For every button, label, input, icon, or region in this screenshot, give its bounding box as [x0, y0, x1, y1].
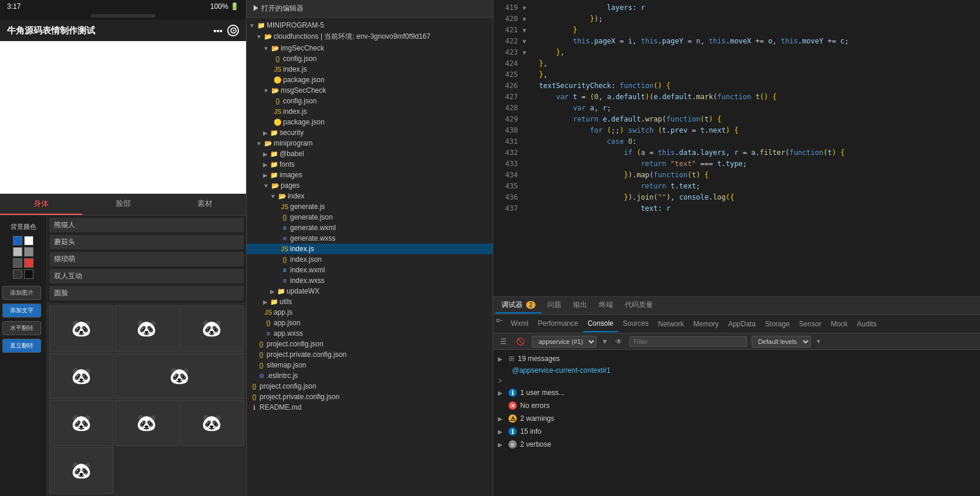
- tree-item-readme[interactable]: ℹ README.md: [247, 402, 493, 413]
- appservice-url[interactable]: @appservice-current-context#1: [493, 365, 980, 376]
- tree-item-security[interactable]: ▶ 📁 security: [247, 127, 493, 138]
- sticker-cell-2[interactable]: 🐼: [180, 305, 244, 352]
- console-group-warnings[interactable]: ▶ ⚠ 2 warnings: [493, 412, 980, 425]
- devtool-subtab-network[interactable]: Network: [654, 316, 689, 332]
- console-group-user[interactable]: ▶ ℹ 1 user mess...: [493, 386, 980, 399]
- tab-body[interactable]: 身体: [0, 194, 82, 215]
- devtool-subtab-storage[interactable]: Storage: [760, 316, 794, 332]
- tab-material[interactable]: 素材: [164, 194, 246, 215]
- swatch-white[interactable]: [24, 236, 33, 245]
- tree-content[interactable]: ▼ 📁 MINIPROGRAM-5 ▼ 📂 cloudfunctions | 当…: [247, 18, 493, 496]
- devtool-tab-quality[interactable]: 代码质量: [619, 298, 659, 313]
- tree-item-eslintrc[interactable]: ⊛ .eslintrc.js: [247, 370, 493, 381]
- sticker-item-1[interactable]: 蘑菇头: [49, 235, 244, 249]
- eye-btn[interactable]: 👁: [613, 336, 625, 347]
- tree-item-index-json[interactable]: {} index.json: [247, 254, 493, 265]
- tree-item-app-js[interactable]: JS app.js: [247, 307, 493, 318]
- tree-item-index-wxss[interactable]: ≡ index.wxss: [247, 275, 493, 286]
- devtool-tab-output[interactable]: 输出: [567, 298, 593, 313]
- sticker-cell-5[interactable]: 🐼: [49, 400, 113, 447]
- tree-item-config2[interactable]: {} config.json: [247, 96, 493, 106]
- console-group-messages[interactable]: ▶ ⊞ 19 messages: [493, 352, 980, 365]
- devtool-subtab-inspect[interactable]: [493, 315, 506, 333]
- devtool-subtab-wxml[interactable]: Wxml: [506, 316, 533, 332]
- tree-item-fonts[interactable]: ▶ 📁 fonts: [247, 159, 493, 170]
- sticker-cell-8[interactable]: 🐼: [49, 447, 113, 494]
- flip-v-btn[interactable]: 直立翻转: [2, 339, 41, 353]
- swatch-red[interactable]: [24, 258, 33, 268]
- devtool-tab-debugger[interactable]: 调试器 2: [496, 298, 541, 313]
- swatch-gray-light[interactable]: [13, 247, 22, 257]
- swatch-gray-dark[interactable]: [13, 258, 22, 268]
- sticker-cell-7[interactable]: 🐼: [180, 400, 244, 447]
- tree-item-babel[interactable]: ▶ 📁 @babel: [247, 149, 493, 159]
- tree-item-imgSecCheck[interactable]: ▼ 📂 imgSecCheck: [247, 43, 493, 53]
- tab-face[interactable]: 脸部: [82, 194, 164, 215]
- tree-item-indexjs1[interactable]: JS index.js: [247, 64, 493, 75]
- sidebar-toggle-btn[interactable]: ☰: [498, 336, 509, 347]
- sticker-item-0[interactable]: 熊猫人: [49, 218, 244, 232]
- tree-item-generate-wxml[interactable]: ≡ generate.wxml: [247, 222, 493, 233]
- add-image-btn[interactable]: 添加图片: [2, 286, 41, 300]
- clear-btn[interactable]: 🚫: [514, 336, 527, 347]
- tree-item-config1[interactable]: {} config.json: [247, 53, 493, 64]
- tree-item-msgSecCheck[interactable]: ▼ 📂 msgSecCheck: [247, 85, 493, 96]
- code-area[interactable]: layers: r }); } this.pageX = i, this.pag…: [534, 0, 980, 296]
- tree-item-images[interactable]: ▶ 📁 images: [247, 170, 493, 180]
- more-icon[interactable]: •••: [213, 26, 223, 36]
- tree-item-updateWX[interactable]: ▶ 📁 updateWX: [247, 286, 493, 296]
- devtool-subtab-memory[interactable]: Memory: [689, 316, 723, 332]
- tree-item-package1[interactable]: 🟡 package.json: [247, 75, 493, 85]
- devtool-subtab-appdata[interactable]: AppData: [723, 316, 760, 332]
- devtool-subtab-sensor[interactable]: Sensor: [794, 316, 826, 332]
- tree-item-app-json[interactable]: {} app.json: [247, 318, 493, 328]
- sticker-cell-3[interactable]: 🐼: [49, 353, 113, 399]
- devtool-tab-issues[interactable]: 问题: [541, 298, 567, 313]
- flip-h-btn[interactable]: 水平翻转: [2, 321, 41, 335]
- swatch-gray-mid[interactable]: [24, 247, 33, 257]
- tree-item-project-private[interactable]: {} project.private.config.json: [247, 349, 493, 360]
- appservice-link[interactable]: @appservice-current-context#1: [512, 366, 611, 374]
- tree-item-generate-js[interactable]: JS generate.js: [247, 201, 493, 212]
- tree-item-project-config2[interactable]: {} project.config.json: [247, 381, 493, 392]
- sticker-cell-4[interactable]: 🐼: [114, 353, 244, 399]
- console-group-verbose[interactable]: ▶ ≡ 2 verbose: [493, 438, 980, 451]
- devtool-subtab-audits[interactable]: Audits: [853, 316, 881, 332]
- sticker-cell-0[interactable]: 🐼: [49, 305, 113, 352]
- devtool-subtab-performance[interactable]: Performance: [533, 316, 583, 332]
- tree-item-generate-json[interactable]: {} generate.json: [247, 212, 493, 222]
- devtool-subtab-console[interactable]: Console: [583, 316, 618, 332]
- swatch-black[interactable]: [24, 269, 33, 279]
- tree-item-generate-wxss[interactable]: ≡ generate.wxss: [247, 233, 493, 244]
- tree-item-project-config[interactable]: {} project.config.json: [247, 339, 493, 349]
- console-group-errors[interactable]: ✕ No errors: [493, 399, 980, 412]
- tree-item-pages[interactable]: ▼ 📂 pages: [247, 180, 493, 191]
- devtool-subtab-sources[interactable]: Sources: [618, 316, 654, 332]
- default-levels-select[interactable]: Default levels: [752, 336, 811, 347]
- tree-item-index-folder[interactable]: ▼ 📂 index: [247, 191, 493, 201]
- context-selector[interactable]: appservice (#1): [532, 336, 597, 347]
- tree-item-utils[interactable]: ▶ 📁 utils: [247, 296, 493, 307]
- swatch-dark[interactable]: [13, 269, 22, 279]
- devtool-tab-terminal[interactable]: 终端: [593, 298, 619, 313]
- tree-item-project-private2[interactable]: {} project.private.config.json: [247, 392, 493, 402]
- add-text-btn[interactable]: 添加文字: [2, 303, 41, 318]
- tree-item-cloudfunctions[interactable]: ▼ 📂 cloudfunctions | 当前环境: env-3gnovo9mf…: [247, 31, 493, 43]
- tree-item-package2[interactable]: 🟡 package.json: [247, 117, 493, 127]
- console-filter-input[interactable]: [629, 336, 747, 347]
- sticker-item-2[interactable]: 猥琐萌: [49, 252, 244, 266]
- tree-item-index-wxml[interactable]: ≡ index.wxml: [247, 265, 493, 275]
- tree-item-miniprogram[interactable]: ▼ 📂 miniprogram: [247, 138, 493, 149]
- sticker-cell-6[interactable]: 🐼: [114, 400, 179, 447]
- swatch-blue[interactable]: [13, 236, 22, 245]
- console-group-info[interactable]: ▶ ℹ 15 info: [493, 425, 980, 438]
- sticker-item-4[interactable]: 圆脸: [49, 286, 244, 301]
- devtool-subtab-mock[interactable]: Mock: [826, 316, 853, 332]
- tree-item-index-js[interactable]: JS index.js: [247, 244, 493, 254]
- sticker-item-3[interactable]: 双人互动: [49, 269, 244, 284]
- tree-item-app-wxss[interactable]: ≡ app.wxss: [247, 328, 493, 339]
- open-editors-label[interactable]: ▶ 打开的编辑器: [252, 4, 304, 14]
- tree-item-indexjs2[interactable]: JS index.js: [247, 106, 493, 117]
- tree-root[interactable]: ▼ 📁 MINIPROGRAM-5: [247, 20, 493, 31]
- record-icon[interactable]: ⊙: [227, 25, 239, 36]
